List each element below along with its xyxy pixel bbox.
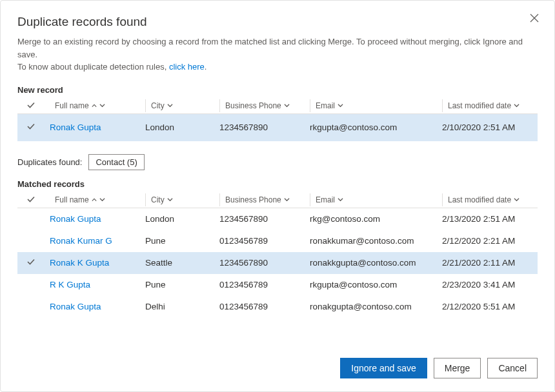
record-phone: 1234567890: [219, 122, 310, 132]
matched-records-header: Full name City Business Phone Email Last…: [17, 193, 538, 208]
duplicates-found-line: Duplicates found: Contact (5): [17, 154, 538, 170]
duplicates-found-label: Duplicates found:: [17, 157, 82, 167]
record-modified: 2/21/2020 2:11 AM: [442, 258, 538, 268]
chevron-down-icon: [514, 195, 520, 204]
chevron-down-icon: [167, 101, 173, 110]
record-city: Seattle: [145, 258, 219, 268]
table-row[interactable]: R K GuptaPune0123456789rkgupta@contoso.c…: [17, 274, 538, 296]
col-email[interactable]: Email: [310, 193, 442, 206]
merge-button[interactable]: Merge: [434, 358, 481, 378]
col-last-modified[interactable]: Last modified date: [442, 99, 538, 112]
record-email: ronakkumar@contoso.com: [310, 236, 442, 246]
col-business-phone[interactable]: Business Phone: [219, 99, 310, 112]
cancel-button[interactable]: Cancel: [487, 358, 538, 378]
ignore-and-save-button[interactable]: Ignore and save: [340, 358, 427, 378]
record-name-link[interactable]: Ronak K Gupta: [50, 258, 109, 268]
col-email[interactable]: Email: [310, 99, 442, 112]
chevron-down-icon: [338, 101, 343, 110]
record-name-link[interactable]: Ronak Gupta: [50, 214, 101, 224]
chevron-down-icon: [284, 195, 290, 204]
new-record-row[interactable]: Ronak Gupta London 1234567890 rkgupta@co…: [17, 114, 538, 141]
check-icon[interactable]: [26, 257, 35, 268]
sort-asc-icon: [92, 195, 97, 204]
dialog-description: Merge to an existing record by choosing …: [17, 35, 538, 74]
record-name-link[interactable]: Ronak Gupta: [50, 302, 101, 311]
matched-records-body: Ronak GuptaLondon1234567890rkg@contoso.c…: [17, 208, 538, 318]
record-modified: 2/12/2020 2:21 AM: [442, 236, 538, 246]
new-record-header: Full name City Business Phone Email Last…: [17, 99, 538, 114]
col-city[interactable]: City: [145, 99, 219, 112]
record-city: London: [145, 214, 219, 224]
record-modified: 2/23/2020 3:41 AM: [442, 280, 538, 289]
col-business-phone[interactable]: Business Phone: [219, 193, 310, 206]
col-full-name[interactable]: Full name: [50, 99, 145, 112]
col-full-name[interactable]: Full name: [50, 193, 145, 206]
select-all-new-checkbox[interactable]: [26, 101, 35, 112]
record-name-link[interactable]: Ronak Gupta: [50, 122, 101, 132]
record-email: rkgupta@contoso.com: [310, 122, 442, 132]
close-icon: [530, 14, 539, 23]
record-phone: 0123456789: [219, 236, 310, 246]
chevron-down-icon: [99, 195, 105, 204]
close-button[interactable]: [529, 12, 540, 24]
chevron-down-icon: [167, 195, 173, 204]
table-row[interactable]: Ronak K GuptaSeattle1234567890ronakkgupt…: [17, 252, 538, 274]
chevron-down-icon: [284, 101, 290, 110]
table-row[interactable]: Ronak Kumar GPune0123456789ronakkumar@co…: [17, 230, 538, 252]
record-email: ronakgupta@contoso.com: [310, 302, 442, 311]
check-icon[interactable]: [26, 122, 35, 133]
period: .: [205, 62, 207, 72]
col-last-modified[interactable]: Last modified date: [442, 193, 538, 206]
record-modified: 2/10/2020 2:51 AM: [442, 122, 538, 132]
record-modified: 2/12/2020 5:51 AM: [442, 302, 538, 311]
record-phone: 0123456789: [219, 302, 310, 311]
chevron-down-icon: [99, 101, 105, 110]
record-city: Delhi: [145, 302, 219, 311]
sort-asc-icon: [92, 101, 97, 110]
dialog-footer: Ignore and save Merge Cancel: [17, 351, 538, 378]
record-email: rkg@contoso.com: [310, 214, 442, 224]
duplicate-records-dialog: Duplicate records found Merge to an exis…: [0, 0, 555, 392]
record-phone: 0123456789: [219, 280, 310, 289]
record-email: ronakkgupta@contoso.com: [310, 258, 442, 268]
record-city: London: [145, 122, 219, 132]
rules-link[interactable]: click here: [169, 62, 205, 72]
record-name-link[interactable]: R K Gupta: [50, 280, 90, 289]
description-line1: Merge to an existing record by choosing …: [17, 37, 523, 59]
record-city: Pune: [145, 236, 219, 246]
record-email: rkgupta@contoso.com: [310, 280, 442, 289]
description-line2: To know about duplicate detection rules,: [17, 62, 169, 72]
chevron-down-icon: [338, 195, 343, 204]
table-row[interactable]: Ronak GuptaDelhi0123456789ronakgupta@con…: [17, 296, 538, 318]
table-row[interactable]: Ronak GuptaLondon1234567890rkg@contoso.c…: [17, 208, 538, 230]
col-city[interactable]: City: [145, 193, 219, 206]
record-modified: 2/13/2020 2:51 AM: [442, 214, 538, 224]
record-name-link[interactable]: Ronak Kumar G: [50, 236, 112, 246]
select-all-matched-checkbox[interactable]: [26, 195, 35, 206]
new-record-label: New record: [17, 85, 538, 95]
record-city: Pune: [145, 280, 219, 289]
dialog-title: Duplicate records found: [17, 15, 538, 29]
entity-select[interactable]: Contact (5): [88, 154, 144, 170]
matched-records-label: Matched records: [17, 179, 538, 189]
record-phone: 1234567890: [219, 214, 310, 224]
chevron-down-icon: [514, 101, 520, 110]
record-phone: 1234567890: [219, 258, 310, 268]
